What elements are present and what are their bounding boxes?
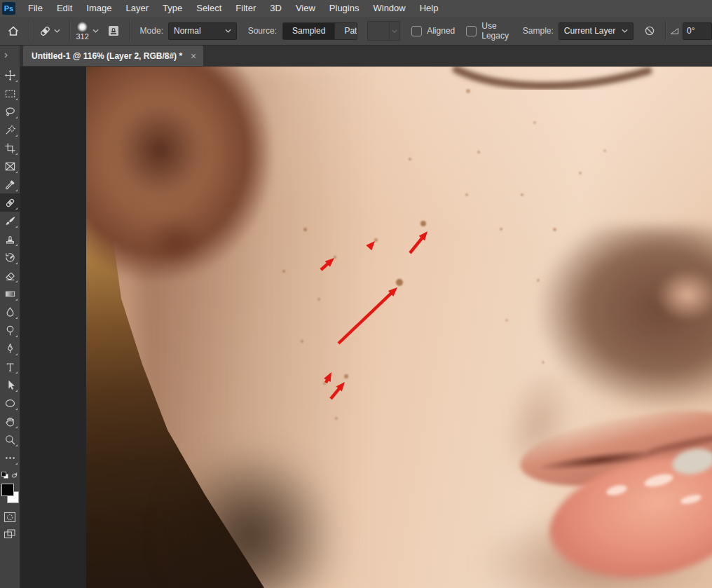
options-bar: 312 Mode: Normal Source: Sampled Pattern: [0, 17, 712, 46]
move-icon: [4, 69, 16, 81]
brush-preview-icon: [77, 22, 88, 32]
color-swatches: [1, 484, 19, 503]
screen-mode-icon: [4, 528, 16, 540]
blur-icon: [4, 306, 16, 318]
document-tab[interactable]: Untitled-1 @ 116% (Layer 2, RGB/8#) * ×: [23, 46, 203, 66]
menu-item-type[interactable]: Type: [156, 0, 189, 17]
sample-dropdown[interactable]: Current Layer: [559, 22, 634, 40]
menu-item-view[interactable]: View: [289, 0, 322, 17]
mode-value: Normal: [174, 26, 201, 36]
eraser-icon: [4, 270, 16, 282]
history-brush-icon: [4, 252, 16, 264]
angle-value: 0°: [687, 26, 694, 36]
menu-item-file[interactable]: File: [21, 0, 50, 17]
mode-dropdown[interactable]: Normal: [168, 22, 237, 40]
ignore-adjustment-layers-button[interactable]: [639, 20, 660, 42]
chevron-down-icon: [225, 29, 231, 33]
tool-type[interactable]: [0, 357, 20, 376]
source-label: Source:: [248, 26, 277, 36]
type-icon: [4, 361, 16, 373]
tool-hand[interactable]: [0, 412, 20, 430]
use-legacy-option[interactable]: Use Legacy: [466, 21, 512, 41]
tool-move[interactable]: [0, 66, 20, 84]
separator: [29, 21, 29, 41]
path-selection-icon: [4, 379, 16, 391]
healing-brush-preset-icon: [39, 25, 52, 38]
healing-brush-icon: [4, 197, 16, 209]
tool-magic-wand[interactable]: [0, 121, 20, 139]
use-legacy-checkbox[interactable]: [466, 26, 477, 36]
menu-item-3d[interactable]: 3D: [263, 0, 289, 17]
photoshop-logo[interactable]: Ps: [2, 2, 15, 15]
swap-colors-icon[interactable]: [11, 472, 18, 479]
tool-clone-stamp[interactable]: [0, 230, 20, 248]
tool-eyedropper[interactable]: [0, 175, 20, 193]
pattern-picker[interactable]: [367, 21, 400, 41]
collapse-panel-icon: [4, 53, 9, 58]
home-icon: [7, 25, 20, 37]
tool-frame[interactable]: [0, 157, 20, 175]
tool-color-controls: [0, 470, 20, 542]
annotation-arrow-shaft: [410, 238, 423, 253]
tool-blur[interactable]: [0, 303, 20, 321]
menu-item-filter[interactable]: Filter: [228, 0, 263, 17]
separator: [129, 21, 130, 41]
crop-icon: [4, 142, 16, 154]
pattern-chevron: [390, 21, 400, 41]
tool-zoom[interactable]: [0, 430, 20, 449]
screen-mode-button[interactable]: [0, 526, 20, 542]
tool-dodge[interactable]: [0, 321, 20, 339]
separator: [665, 21, 666, 41]
brush-size-value: 312: [76, 33, 89, 40]
aligned-option[interactable]: Aligned: [411, 26, 455, 36]
use-legacy-label: Use Legacy: [481, 21, 512, 41]
menu-item-select[interactable]: Select: [189, 0, 228, 17]
sample-value: Current Layer: [564, 26, 615, 36]
document-tab-title: Untitled-1 @ 116% (Layer 2, RGB/8#) *: [32, 51, 182, 61]
menu-item-edit[interactable]: Edit: [50, 0, 79, 17]
tool-crop[interactable]: [0, 139, 20, 157]
close-tab-icon[interactable]: ×: [191, 51, 196, 61]
source-toggle-group: Sampled Pattern: [282, 22, 357, 40]
tool-brush[interactable]: [0, 212, 20, 230]
tool-preset-picker[interactable]: [34, 20, 64, 42]
chevron-down-icon: [392, 29, 397, 33]
eyedropper-icon: [4, 179, 16, 191]
foreground-color-swatch[interactable]: [1, 484, 14, 496]
tool-edit-toolbar[interactable]: [0, 449, 20, 467]
annotation-arrow-shaft: [331, 388, 340, 399]
home-button[interactable]: [3, 20, 24, 42]
default-colors-icon[interactable]: [1, 472, 8, 479]
canvas[interactable]: [86, 67, 712, 588]
menu-item-window[interactable]: Window: [366, 0, 412, 17]
annotation-arrow-shaft: [338, 293, 392, 343]
menu-item-image[interactable]: Image: [79, 0, 118, 17]
quick-mask-button[interactable]: [0, 509, 20, 526]
photoshop-window: { "app": { "logo_text": "Ps" }, "menubar…: [0, 0, 712, 588]
tool-history-brush[interactable]: [0, 248, 20, 266]
chevron-down-icon: [622, 29, 628, 33]
edit-toolbar-icon: [4, 452, 16, 464]
brush-angle-field[interactable]: 0°: [683, 22, 712, 40]
tool-path-selection[interactable]: [0, 376, 20, 394]
tool-lasso[interactable]: [0, 102, 20, 121]
eyelash-line: [456, 69, 648, 86]
source-sampled-button[interactable]: Sampled: [283, 23, 334, 39]
tool-rectangular-marquee[interactable]: [0, 84, 20, 102]
tools-panel-header[interactable]: [0, 45, 20, 66]
tool-pen[interactable]: [0, 339, 20, 357]
tools-panel: [0, 45, 20, 588]
tool-gradient[interactable]: [0, 285, 20, 303]
tool-ellipse-shape[interactable]: [0, 394, 20, 412]
aligned-checkbox[interactable]: [411, 26, 422, 36]
menu-item-layer[interactable]: Layer: [119, 0, 156, 17]
tool-eraser[interactable]: [0, 266, 20, 285]
toggle-clone-source-panel-button[interactable]: [103, 20, 124, 42]
document-viewport: [20, 67, 712, 588]
source-pattern-button[interactable]: Pattern: [334, 23, 357, 39]
menu-item-plugins[interactable]: Plugins: [322, 0, 367, 17]
annotation-arrow-head: [366, 241, 375, 250]
menu-item-help[interactable]: Help: [413, 0, 446, 17]
brush-picker[interactable]: 312: [75, 22, 99, 40]
tool-healing-brush[interactable]: [0, 193, 20, 212]
